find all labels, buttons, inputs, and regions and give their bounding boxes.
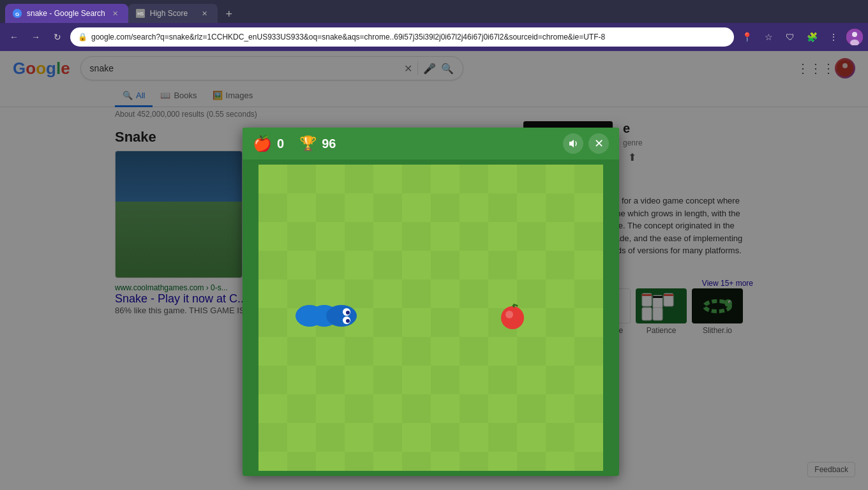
svg-rect-66 [287, 165, 316, 193]
tab-google-label: snake - Google Search [27, 9, 105, 18]
high-score-value: 96 [322, 137, 336, 151]
svg-rect-81 [460, 222, 488, 251]
svg-rect-116 [402, 394, 431, 423]
svg-rect-125 [546, 423, 574, 452]
svg-rect-70 [517, 165, 546, 193]
game-board[interactable] [258, 165, 603, 471]
svg-rect-79 [345, 222, 373, 251]
svg-rect-86 [373, 251, 402, 279]
svg-rect-114 [287, 394, 316, 423]
svg-rect-121 [316, 423, 345, 452]
svg-rect-87 [431, 251, 460, 279]
svg-rect-85 [316, 251, 345, 279]
svg-rect-77 [546, 193, 574, 222]
svg-text:G: G [15, 11, 19, 17]
svg-rect-103 [345, 337, 373, 366]
browser-frame: G snake - Google Search ✕ HS High Score … [0, 0, 868, 490]
svg-rect-71 [574, 165, 603, 193]
svg-rect-141 [513, 304, 515, 308]
snake-game-overlay: 🍎 0 🏆 96 ✕ [243, 128, 619, 476]
tab-google-close[interactable]: ✕ [110, 8, 121, 19]
highscore-favicon: HS [136, 9, 145, 18]
svg-rect-96 [258, 308, 287, 337]
svg-text:HS: HS [137, 11, 144, 16]
svg-rect-88 [488, 251, 517, 279]
svg-point-136 [346, 311, 350, 315]
svg-rect-89 [546, 251, 574, 279]
svg-rect-91 [345, 279, 373, 308]
svg-point-138 [346, 319, 350, 323]
svg-rect-117 [460, 394, 488, 423]
extensions-icon[interactable]: 🧩 [803, 28, 821, 46]
svg-rect-130 [517, 452, 546, 471]
tab-bar: G snake - Google Search ✕ HS High Score … [0, 0, 868, 23]
svg-rect-101 [546, 308, 574, 337]
svg-rect-127 [345, 452, 373, 471]
menu-icon[interactable]: ⋮ [825, 28, 842, 46]
svg-rect-102 [287, 337, 316, 366]
svg-rect-124 [488, 423, 517, 452]
tab-highscore[interactable]: HS High Score ✕ [128, 4, 218, 23]
svg-rect-113 [546, 366, 574, 394]
svg-rect-68 [402, 165, 431, 193]
address-bar[interactable]: 🔒 google.com/search?q=snake&rlz=1CCHKDC_… [70, 27, 734, 47]
back-button[interactable]: ← [5, 28, 23, 46]
svg-rect-84 [258, 251, 287, 279]
profile-avatar[interactable] [846, 29, 863, 45]
tab-highscore-close[interactable]: ✕ [200, 8, 210, 19]
svg-rect-129 [460, 452, 488, 471]
tab-google[interactable]: G snake - Google Search ✕ [5, 4, 128, 23]
svg-rect-73 [316, 193, 345, 222]
svg-rect-123 [431, 423, 460, 452]
svg-rect-74 [373, 193, 402, 222]
svg-point-140 [505, 311, 513, 318]
svg-rect-83 [574, 222, 603, 251]
svg-point-134 [326, 305, 357, 327]
shield-icon[interactable]: 🛡 [781, 28, 799, 46]
svg-rect-99 [431, 308, 460, 337]
svg-rect-69 [460, 165, 488, 193]
svg-rect-93 [460, 279, 488, 308]
svg-rect-67 [345, 165, 373, 193]
tab-highscore-label: High Score [150, 9, 195, 18]
svg-rect-118 [517, 394, 546, 423]
svg-rect-75 [431, 193, 460, 222]
svg-rect-131 [574, 452, 603, 471]
game-close-button[interactable]: ✕ [588, 133, 609, 154]
svg-point-139 [501, 306, 524, 329]
reload-button[interactable]: ↻ [49, 28, 66, 46]
score-apple-icon: 🍎 [253, 135, 272, 152]
svg-rect-115 [345, 394, 373, 423]
svg-rect-112 [488, 366, 517, 394]
svg-rect-82 [517, 222, 546, 251]
svg-rect-94 [517, 279, 546, 308]
svg-rect-111 [431, 366, 460, 394]
forward-button[interactable]: → [27, 28, 45, 46]
svg-rect-92 [402, 279, 431, 308]
sound-button[interactable] [563, 133, 583, 154]
svg-point-5 [852, 32, 857, 37]
checkerboard [258, 165, 603, 471]
location-icon[interactable]: 📍 [738, 28, 756, 46]
bookmark-icon[interactable]: ☆ [760, 28, 777, 46]
toolbar-right: 📍 ☆ 🛡 🧩 ⋮ [738, 28, 863, 46]
svg-rect-109 [316, 366, 345, 394]
svg-rect-108 [258, 366, 287, 394]
address-text: google.com/search?q=snake&rlz=1CCHKDC_en… [91, 33, 726, 41]
svg-rect-80 [402, 222, 431, 251]
svg-rect-120 [258, 423, 287, 452]
svg-rect-98 [373, 308, 402, 337]
svg-rect-110 [373, 366, 402, 394]
game-header: 🍎 0 🏆 96 ✕ [243, 128, 619, 160]
svg-rect-76 [488, 193, 517, 222]
new-tab-button[interactable]: + [220, 5, 238, 23]
svg-rect-122 [373, 423, 402, 452]
svg-rect-107 [574, 337, 603, 366]
svg-rect-128 [402, 452, 431, 471]
lock-icon: 🔒 [78, 33, 87, 41]
svg-rect-90 [287, 279, 316, 308]
svg-rect-104 [402, 337, 431, 366]
svg-rect-72 [258, 193, 287, 222]
svg-rect-106 [517, 337, 546, 366]
svg-rect-105 [460, 337, 488, 366]
